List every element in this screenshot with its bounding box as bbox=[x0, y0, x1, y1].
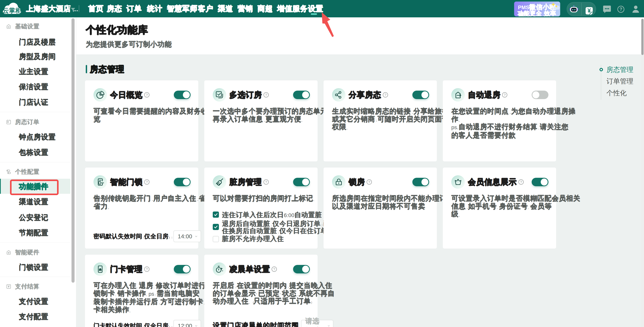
svg-text:?: ? bbox=[384, 93, 386, 97]
svg-text:?: ? bbox=[620, 7, 622, 12]
svg-text:?: ? bbox=[146, 180, 148, 184]
svg-text:?: ? bbox=[520, 180, 522, 184]
svg-text:?: ? bbox=[146, 93, 148, 97]
svg-text:?: ? bbox=[265, 93, 267, 97]
svg-text:云掌柜: 云掌柜 bbox=[2, 7, 21, 14]
svg-text:?: ? bbox=[146, 267, 148, 271]
svg-text:?: ? bbox=[265, 180, 267, 184]
svg-text:?: ? bbox=[504, 93, 506, 97]
svg-text:?: ? bbox=[273, 267, 275, 271]
svg-text:?: ? bbox=[368, 180, 370, 184]
